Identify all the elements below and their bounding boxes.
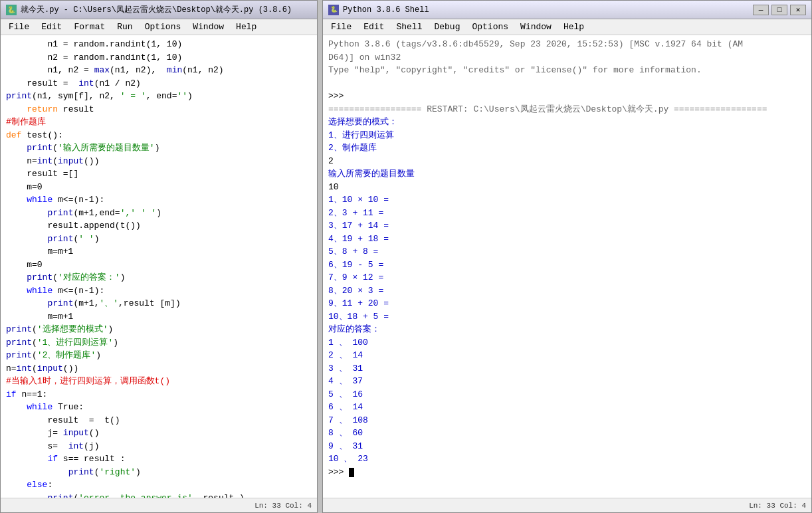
shell-output-line: 9、11 + 20 = xyxy=(328,297,806,310)
shell-output-line: 3 、 31 xyxy=(328,362,806,375)
code-line: print(m+1,end=',' ' ') xyxy=(6,207,312,220)
minimize-button[interactable]: — xyxy=(753,5,769,15)
maximize-button[interactable]: □ xyxy=(771,5,787,15)
code-line: print('1、进行四则运算') xyxy=(6,336,312,350)
shell-output-line: 10、18 + 5 = xyxy=(328,310,806,324)
shell-output-line: 1、10 × 10 = xyxy=(328,193,806,207)
code-line: n=int(input()) xyxy=(6,155,312,168)
shell-content[interactable]: Python 3.8.6 (tags/v3.8.6:db45529, Sep 2… xyxy=(323,35,811,498)
shell-window: 🐍 Python 3.8.6 Shell — □ ✕ File Edit She… xyxy=(322,0,812,513)
shell-menu-options[interactable]: Options xyxy=(466,21,514,33)
editor-title-icon: 🐍 xyxy=(6,5,17,15)
shell-menu-help[interactable]: Help xyxy=(558,21,589,33)
shell-output-line: 对应的答案： xyxy=(328,323,806,336)
shell-input-line: 10 xyxy=(328,181,806,194)
editor-title-text: 就今天.py - C:\Users\凤起云雷火烧云\Desktop\就今天.py… xyxy=(21,4,292,15)
shell-input-line: 2 xyxy=(328,155,806,168)
code-line: n=int(input()) xyxy=(6,362,312,375)
code-line: #当输入1时，进行四则运算，调用函数t() xyxy=(6,375,312,388)
shell-output-line: 5、8 + 8 = xyxy=(328,245,806,258)
code-line: if s== result : xyxy=(6,453,312,466)
code-line: s= int(j) xyxy=(6,440,312,453)
shell-output-line: 8、20 × 3 = xyxy=(328,284,806,298)
shell-output-line: 2、3 + 11 = xyxy=(328,207,806,220)
code-line: print(' ') xyxy=(6,233,312,246)
shell-blank-line xyxy=(328,77,806,90)
shell-menu-debug[interactable]: Debug xyxy=(429,21,465,33)
code-line: while m<=(n-1): xyxy=(6,284,312,298)
shell-output-line: 5 、 16 xyxy=(328,388,806,401)
shell-output-line: 2 、 14 xyxy=(328,349,806,362)
shell-output-line: 4 、 37 xyxy=(328,375,806,388)
shell-output-line: 9 、 31 xyxy=(328,440,806,453)
menu-format[interactable]: Format xyxy=(68,21,110,33)
code-line: m=m+1 xyxy=(6,245,312,258)
shell-output-line: 1 、 100 xyxy=(328,336,806,350)
code-line: result = int(n1 / n2) xyxy=(6,77,312,90)
menu-edit[interactable]: Edit xyxy=(36,21,67,33)
shell-output-line: 选择想要的模式： xyxy=(328,116,806,129)
shell-menu-edit[interactable]: Edit xyxy=(358,21,389,33)
title-buttons: — □ ✕ xyxy=(753,5,806,15)
shell-menu-window[interactable]: Window xyxy=(515,21,557,33)
code-line: j= input() xyxy=(6,427,312,440)
shell-restart-line: ================== RESTART: C:\Users\凤起云… xyxy=(328,103,806,116)
shell-output-line: 6 、 14 xyxy=(328,401,806,414)
shell-output-line: 6、19 - 5 = xyxy=(328,258,806,272)
code-line: print('right') xyxy=(6,466,312,479)
shell-title-text: Python 3.8.6 Shell xyxy=(343,5,429,15)
shell-menu-shell[interactable]: Shell xyxy=(391,21,427,33)
shell-output-line: 7、9 × 12 = xyxy=(328,271,806,284)
shell-output-line: 输入所需要的题目数量 xyxy=(328,167,806,181)
editor-menubar: File Edit Format Run Options Window Help xyxy=(1,19,317,35)
menu-help[interactable]: Help xyxy=(231,21,262,33)
editor-window: 🐍 就今天.py - C:\Users\凤起云雷火烧云\Desktop\就今天.… xyxy=(0,0,318,513)
shell-title-icon: 🐍 xyxy=(328,5,339,15)
code-line: print('对应的答案：') xyxy=(6,271,312,284)
shell-output-line: 1、进行四则运算 xyxy=(328,129,806,142)
shell-statusbar: Ln: 33 Col: 4 xyxy=(323,498,811,512)
menu-window[interactable]: Window xyxy=(187,21,229,33)
editor-titlebar: 🐍 就今天.py - C:\Users\凤起云雷火烧云\Desktop\就今天.… xyxy=(1,1,317,19)
code-line: print('输入所需要的题目数量') xyxy=(6,142,312,155)
code-line: print(m+1,'、',result [m]) xyxy=(6,297,312,310)
menu-options[interactable]: Options xyxy=(140,21,187,33)
shell-output-line: 8 、 60 xyxy=(328,427,806,440)
code-line: while m<=(n-1): xyxy=(6,193,312,207)
code-line: n2 = random.randint(1, 10) xyxy=(6,51,312,64)
shell-active-prompt[interactable]: >>> xyxy=(328,466,806,479)
menu-file[interactable]: File xyxy=(3,21,35,33)
code-line: m=m+1 xyxy=(6,310,312,324)
code-line: return result xyxy=(6,103,312,116)
code-line: #制作题库 xyxy=(6,116,312,129)
shell-status-text: Ln: 33 Col: 4 xyxy=(749,502,806,510)
code-line: m=0 xyxy=(6,258,312,272)
code-line: m=0 xyxy=(6,181,312,194)
shell-header-line2: D64)] on win32 xyxy=(328,51,806,64)
shell-header-line: Python 3.8.6 (tags/v3.8.6:db45529, Sep 2… xyxy=(328,38,806,51)
code-line: n1, n2 = max(n1, n2), min(n1, n2) xyxy=(6,64,312,77)
shell-menubar: File Edit Shell Debug Options Window Hel… xyxy=(323,19,811,35)
code-line: while True: xyxy=(6,401,312,414)
code-line: print('error. the answer is', result ) xyxy=(6,492,312,498)
shell-output-line: 2、制作题库 xyxy=(328,142,806,155)
code-line: print(n1, sym[f], n2, ' = ', end='') xyxy=(6,90,312,103)
shell-output-line: 3、17 + 14 = xyxy=(328,219,806,233)
shell-menu-file[interactable]: File xyxy=(326,21,357,33)
shell-prompt-line: >>> xyxy=(328,90,806,103)
editor-status-text: Ln: 33 Col: 4 xyxy=(254,502,312,510)
code-line: print('2、制作题库') xyxy=(6,349,312,362)
code-line: if n==1: xyxy=(6,388,312,401)
code-line: result.append(t()) xyxy=(6,219,312,233)
shell-output-line: 4、19 + 18 = xyxy=(328,233,806,246)
shell-output-line: 10 、 23 xyxy=(328,453,806,466)
code-line: result = t() xyxy=(6,414,312,427)
editor-statusbar: Ln: 33 Col: 4 xyxy=(1,498,317,512)
close-button[interactable]: ✕ xyxy=(790,5,806,15)
code-line: def test(): xyxy=(6,129,312,142)
code-editor[interactable]: n1 = random.randint(1, 10) n2 = random.r… xyxy=(1,35,317,498)
shell-type-line: Type "help", "copyright", "credits" or "… xyxy=(328,64,806,77)
shell-titlebar: 🐍 Python 3.8.6 Shell — □ ✕ xyxy=(323,1,811,19)
shell-title-left: 🐍 Python 3.8.6 Shell xyxy=(328,5,429,15)
menu-run[interactable]: Run xyxy=(112,21,138,33)
